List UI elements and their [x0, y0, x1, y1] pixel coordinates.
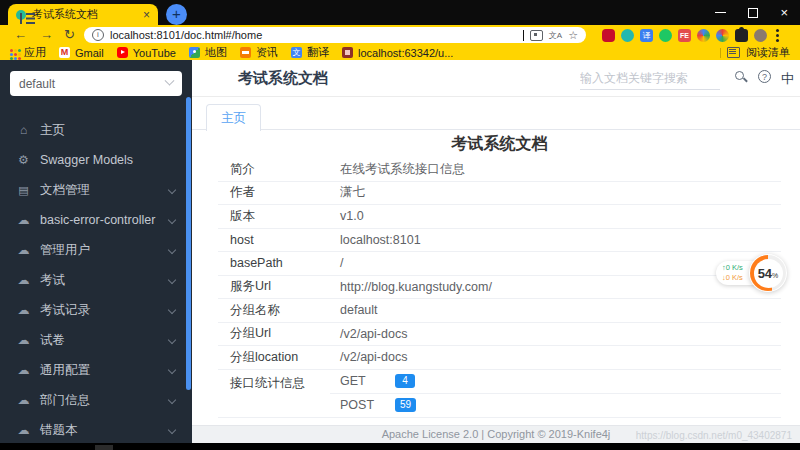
- sidebar-menu-item[interactable]: 主页: [0, 115, 192, 145]
- forward-icon[interactable]: →: [40, 25, 53, 45]
- key-extension-icon[interactable]: [659, 29, 672, 42]
- help-icon[interactable]: ?: [758, 70, 771, 83]
- chevron-down-icon: [168, 306, 176, 314]
- row-label: 服务Url: [218, 278, 330, 295]
- bookmark-label: localhost:63342/u...: [358, 47, 453, 59]
- profile-avatar[interactable]: [754, 29, 767, 42]
- api-stats-list: GET 4 POST 59: [330, 370, 781, 417]
- bottom-strip: [0, 443, 800, 450]
- chevron-down-icon: [168, 246, 176, 254]
- browser-titlebar: 考试系统文档 × + ×: [0, 0, 800, 25]
- maximize-icon[interactable]: [748, 8, 758, 18]
- chevron-down-icon: [168, 396, 176, 404]
- tab-home[interactable]: 主页: [206, 104, 261, 131]
- count-badge: 59: [395, 398, 416, 412]
- extensions-puzzle-icon[interactable]: [735, 29, 748, 42]
- extensions-row: 译 FE: [602, 27, 782, 43]
- group-select[interactable]: default: [10, 71, 182, 96]
- row-value: http://blog.kuangstudy.com/: [330, 280, 492, 294]
- bookmark-label: 翻译: [307, 45, 329, 60]
- language-toggle[interactable]: 中: [781, 70, 794, 88]
- table-row: 简介 在线考试系统接口信息: [218, 158, 781, 182]
- menu-item-icon: [16, 123, 31, 137]
- api-stats-row: 接口统计信息 GET 4 POST 59: [218, 370, 781, 418]
- row-label: 版本: [218, 208, 330, 225]
- bookmark-favicon: [291, 47, 302, 58]
- sidebar-menu-item[interactable]: 部门信息: [0, 385, 192, 415]
- bookmark-item[interactable]: 应用: [10, 45, 46, 60]
- reading-list-label[interactable]: 阅读清单: [746, 45, 790, 60]
- bookmark-item[interactable]: YouTube: [117, 45, 176, 60]
- back-icon[interactable]: ←: [14, 25, 27, 45]
- new-tab-button[interactable]: +: [166, 4, 187, 25]
- bookmark-item[interactable]: localhost:63342/u...: [342, 45, 453, 60]
- sidebar-menu-item[interactable]: 考试: [0, 265, 192, 295]
- doc-search[interactable]: [580, 68, 720, 90]
- adblock-extension-icon[interactable]: [602, 29, 615, 42]
- minimize-icon[interactable]: [715, 12, 726, 13]
- sidebar-menu-item[interactable]: 错题本: [0, 415, 192, 445]
- bookmark-item[interactable]: 地图: [189, 45, 227, 60]
- reading-list-area: 阅读清单: [720, 45, 790, 60]
- teal-extension-icon[interactable]: [621, 29, 634, 42]
- group-select-value: default: [19, 77, 55, 91]
- sidebar-menu-item[interactable]: 考试记录: [0, 295, 192, 325]
- reload-icon[interactable]: ↻: [64, 25, 75, 45]
- search-icon[interactable]: [735, 71, 748, 84]
- sidebar-scrollbar[interactable]: [186, 97, 191, 390]
- url-bar[interactable]: i localhost:8101/doc.html#/home 文A ☆: [84, 27, 586, 43]
- site-info-icon[interactable]: i: [92, 29, 104, 41]
- menu-item-icon: [16, 303, 31, 317]
- chevron-down-icon: [168, 426, 176, 434]
- bookmark-item[interactable]: 翻译: [291, 45, 329, 60]
- menu-item-label: 文档管理: [40, 182, 90, 199]
- csdn-watermark: https://blog.csdn.net/m0_43402871: [636, 430, 792, 441]
- search-input[interactable]: [580, 69, 720, 90]
- chevron-down-icon: [168, 216, 176, 224]
- sidebar-menu-item[interactable]: 通用配置: [0, 355, 192, 385]
- bookmark-star-icon[interactable]: ☆: [568, 30, 578, 40]
- close-icon[interactable]: ×: [780, 7, 788, 18]
- menu-item-label: 考试: [40, 272, 65, 289]
- bookmark-favicon: [240, 47, 251, 58]
- browser-menu-icon[interactable]: [776, 34, 779, 37]
- translate-extension-icon[interactable]: 译: [640, 29, 653, 42]
- taskbar-notch: [95, 445, 113, 450]
- menu-item-icon: [16, 213, 31, 227]
- row-value: /v2/api-docs: [330, 327, 407, 341]
- count-badge: 4: [395, 374, 415, 388]
- bookmark-item[interactable]: Gmail: [59, 45, 104, 60]
- app-title: 考试系统文档: [238, 69, 328, 88]
- row-label: 简介: [218, 161, 330, 178]
- drive-extension-icon[interactable]: [697, 29, 710, 42]
- info-rows: 简介 在线考试系统接口信息 作者 潇七 版本 v1.0 host: [218, 158, 781, 370]
- row-value: v1.0: [330, 209, 364, 223]
- percent-value: 54: [758, 266, 772, 281]
- sidebar-menu-item[interactable]: 文档管理: [0, 175, 192, 205]
- sidebar-menu-item[interactable]: 管理用户: [0, 235, 192, 265]
- percent-ring-widget[interactable]: 54 %: [749, 254, 787, 292]
- bookmark-label: YouTube: [133, 47, 176, 59]
- translate-page-icon[interactable]: 文A: [549, 30, 562, 41]
- sidebar-menu: 主页 Swagger Models 文档管理 basic-: [0, 115, 192, 445]
- photos-extension-icon[interactable]: [716, 29, 729, 42]
- sidebar-menu-item[interactable]: Swagger Models: [0, 145, 192, 175]
- sidebar-menu-item[interactable]: basic-error-controller: [0, 205, 192, 235]
- bookmarks-bar: 应用 Gmail YouTube 地图: [0, 45, 800, 60]
- chevron-down-icon: [168, 336, 176, 344]
- bookmark-favicon: [10, 49, 13, 52]
- info-table: 简介 在线考试系统接口信息 作者 潇七 版本 v1.0 host: [218, 158, 781, 418]
- chevron-down-icon: [168, 186, 176, 194]
- url-text[interactable]: localhost:8101/doc.html#/home: [110, 29, 521, 41]
- fe-extension-icon[interactable]: FE: [678, 29, 691, 42]
- tab-close-icon[interactable]: ×: [143, 10, 150, 20]
- bookmark-label: Gmail: [75, 47, 104, 59]
- bookmarks-list: 应用 Gmail YouTube 地图: [10, 45, 453, 60]
- media-cast-icon[interactable]: [530, 30, 543, 41]
- chevron-down-icon: [168, 276, 176, 284]
- bookmark-item[interactable]: 资讯: [240, 45, 278, 60]
- menu-item-icon: [16, 183, 31, 197]
- reading-list-icon: [727, 47, 740, 58]
- sidebar-menu-item[interactable]: 试卷: [0, 325, 192, 355]
- menu-fold-icon[interactable]: [20, 13, 37, 24]
